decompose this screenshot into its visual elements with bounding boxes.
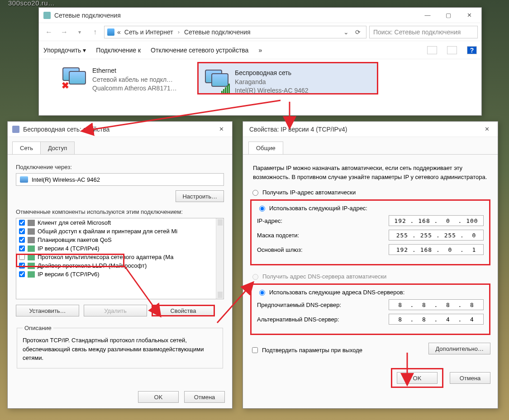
component-checkbox[interactable] <box>19 220 25 226</box>
tab-access[interactable]: Доступ <box>40 142 75 154</box>
scrollbar[interactable] <box>216 218 224 299</box>
radio-auto-dns: Получить адрес DNS-сервера автоматически <box>250 273 490 280</box>
window-title: Сетевые подключения <box>54 12 417 19</box>
adapter-list: ✖ Ethernet Сетевой кабель не подкл… Qual… <box>39 59 481 113</box>
network-connections-window: Сетевые подключения — ▢ ✕ ← → ▾ ↑ « Сеть… <box>38 7 482 116</box>
gateway-input[interactable] <box>389 244 484 255</box>
wireless-icon <box>204 69 230 93</box>
install-button[interactable]: Установить… <box>16 305 79 316</box>
component-icon <box>28 245 35 252</box>
up-button[interactable]: ↑ <box>89 26 101 38</box>
cancel-button[interactable]: Отмена <box>184 391 225 403</box>
crumb-network-internet[interactable]: Сеть и Интернет <box>124 28 174 37</box>
adapter-status: Сетевой кабель не подкл… <box>92 76 177 85</box>
components-listbox[interactable]: Клиент для сетей Microsoft Общий доступ … <box>16 218 224 299</box>
dns1-input[interactable] <box>389 299 484 310</box>
radio-auto-ip-input[interactable] <box>252 190 258 196</box>
radio-manual-dns-label: Использовать следующие адреса DNS-сервер… <box>269 289 404 296</box>
tab-general[interactable]: Общие <box>248 142 283 154</box>
description-legend: Описание <box>23 325 53 331</box>
adapter-name: Intel(R) Wireless-AC 9462 <box>32 176 100 183</box>
ip-input[interactable] <box>389 215 484 226</box>
ok-button[interactable]: OK <box>138 391 179 403</box>
crumb-sep: › <box>176 28 181 35</box>
component-checkbox[interactable] <box>19 254 25 260</box>
dns2-input[interactable] <box>389 314 484 325</box>
confirm-checkbox[interactable] <box>252 347 258 353</box>
list-item: Протокол мультиплексора сетевого адаптер… <box>16 253 224 261</box>
cancel-button[interactable]: Отмена <box>450 372 490 384</box>
radio-manual-dns-input[interactable] <box>259 290 265 296</box>
ok-highlight: OK <box>391 368 443 388</box>
history-dropdown[interactable]: ▾ <box>73 26 86 38</box>
toolbar-more[interactable]: » <box>258 47 262 54</box>
radio-manual-ip-input[interactable] <box>259 206 265 212</box>
manual-ip-group: Использовать следующий IP-адрес: IP-адре… <box>250 199 490 265</box>
toolbar-organize[interactable]: Упорядочить ▾ <box>43 47 86 54</box>
adapter-wireless[interactable]: Беспроводная сеть Karaganda Intel(R) Wir… <box>197 62 378 94</box>
gateway-label: Основной шлюз: <box>257 246 303 253</box>
ip-label: IP-адрес: <box>257 217 282 224</box>
dns1-label: Предпочитаемый DNS-сервер: <box>257 302 341 308</box>
properties-button[interactable]: Свойства <box>152 305 215 316</box>
list-item: Драйвер протокола LLDP (Майкрософт) <box>16 261 224 270</box>
list-item-ipv4: IP версии 4 (TCP/IPv4) <box>16 244 224 253</box>
address-row: ← → ▾ ↑ « Сеть и Интернет › Сетевые подк… <box>39 23 481 41</box>
adapter-properties-dialog: Беспроводная сеть: свойства ✕ Сеть Досту… <box>7 121 233 409</box>
back-button[interactable]: ← <box>43 26 55 38</box>
tab-strip: Сеть Доступ <box>8 142 232 155</box>
location-icon <box>107 28 114 36</box>
minimize-button[interactable]: — <box>417 9 438 22</box>
component-checkbox[interactable] <box>19 245 25 251</box>
search-input[interactable]: Поиск: Сетевые подключения <box>369 26 478 38</box>
components-label: Отмеченные компоненты используются этим … <box>16 208 224 215</box>
component-icon <box>28 254 35 260</box>
address-dropdown[interactable]: ⌄ <box>341 28 352 36</box>
ok-button[interactable]: OK <box>397 372 438 384</box>
advanced-button[interactable]: Дополнительно… <box>428 343 490 354</box>
view-options-icon[interactable] <box>427 46 437 54</box>
crumb-prefix: « <box>116 28 122 37</box>
component-icon <box>28 228 35 235</box>
confirm-on-exit[interactable]: Подтвердить параметры при выходе <box>250 346 362 354</box>
title-bar: Сетевые подключения — ▢ ✕ <box>39 8 481 23</box>
radio-auto-dns-input <box>252 274 258 280</box>
refresh-button[interactable]: ⟳ <box>352 28 363 36</box>
configure-button[interactable]: Настроить… <box>176 190 224 202</box>
ethernet-icon: ✖ <box>62 66 88 91</box>
window-title: Свойства: IP версии 4 (TCP/IPv4) <box>247 126 478 133</box>
manual-dns-group: Использовать следующие адреса DNS-сервер… <box>250 283 490 335</box>
adapter-hw: Qualcomm Atheros AR8171… <box>92 84 177 93</box>
address-bar[interactable]: « Сеть и Интернет › Сетевые подключения … <box>104 26 366 38</box>
radio-manual-ip-label: Использовать следующий IP-адрес: <box>269 205 367 212</box>
component-checkbox[interactable] <box>19 237 25 243</box>
list-item: Клиент для сетей Microsoft <box>16 218 224 227</box>
intro-text: Параметры IP можно назначать автоматичес… <box>253 164 488 181</box>
list-item: IP версии 6 (TCP/IPv6) <box>16 270 224 278</box>
title-bar: Беспроводная сеть: свойства ✕ <box>8 122 232 137</box>
component-icon <box>28 263 35 269</box>
crumb-connections[interactable]: Сетевые подключения <box>183 28 252 37</box>
tab-network[interactable]: Сеть <box>12 142 41 154</box>
component-checkbox[interactable] <box>19 228 25 234</box>
close-button[interactable]: ✕ <box>478 123 496 136</box>
toolbar-disable[interactable]: Отключение сетевого устройства <box>151 47 248 54</box>
description-group: Описание Протокол TCP/IP. Стандартный пр… <box>17 325 223 368</box>
list-item: Планировщик пакетов QoS <box>16 236 224 244</box>
component-icon <box>28 271 35 278</box>
preview-pane-icon[interactable] <box>447 46 457 54</box>
maximize-button[interactable]: ▢ <box>438 9 459 22</box>
adapter-hw: Intel(R) Wireless-AC 9462 <box>235 86 309 95</box>
adapter-name: Беспроводная сеть <box>235 69 309 78</box>
close-button[interactable]: ✕ <box>212 123 230 136</box>
radio-auto-ip[interactable]: Получить IP-адрес автоматически <box>250 189 490 196</box>
mask-input[interactable] <box>389 230 484 241</box>
toolbar-connect[interactable]: Подключение к <box>96 47 141 54</box>
close-button[interactable]: ✕ <box>459 9 480 22</box>
description-text: Протокол TCP/IP. Стандартный протокол гл… <box>23 336 217 363</box>
help-button[interactable]: ? <box>467 46 477 54</box>
forward-button[interactable]: → <box>58 26 71 38</box>
nic-icon <box>20 176 28 183</box>
component-checkbox[interactable] <box>19 263 25 269</box>
component-checkbox[interactable] <box>19 271 25 277</box>
